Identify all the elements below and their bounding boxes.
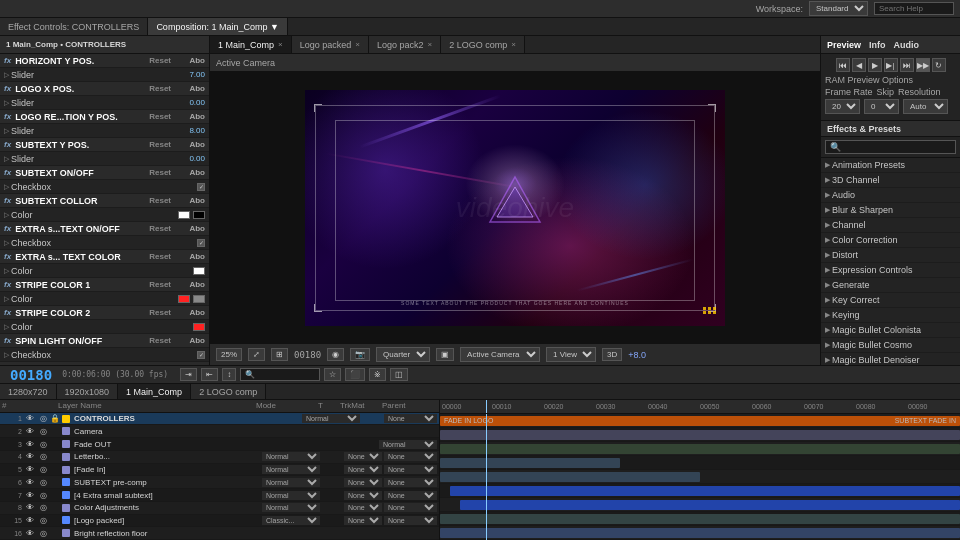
close-icon-2[interactable]: ×: [355, 40, 360, 49]
solo-icon-5[interactable]: ◎: [38, 465, 48, 474]
cat-audio[interactable]: ▶Audio: [821, 188, 960, 203]
cat-keying[interactable]: ▶Keying: [821, 308, 960, 323]
layer-mode-15[interactable]: Classic...: [262, 516, 320, 525]
color-swatch-stripe1[interactable]: [178, 295, 190, 303]
last-frame-btn[interactable]: ⏭: [900, 58, 914, 72]
tl-tab-1920[interactable]: 1920x1080: [57, 384, 119, 399]
cat-distort[interactable]: ▶Distort: [821, 248, 960, 263]
solo-icon-6[interactable]: ◎: [38, 478, 48, 487]
reset-subtexty[interactable]: Reset: [147, 140, 173, 149]
reset-stripe1[interactable]: Reset: [147, 280, 173, 289]
reset-extraonoff[interactable]: Reset: [147, 224, 173, 233]
tl-tab-maincomp[interactable]: 1 Main_Comp: [118, 384, 191, 399]
cat-channel[interactable]: ▶Channel: [821, 218, 960, 233]
vis-icon-8[interactable]: 👁: [24, 503, 36, 512]
vis-icon-5[interactable]: 👁: [24, 465, 36, 474]
layer-parent-1[interactable]: None: [384, 414, 437, 423]
layer-row-16[interactable]: 16 👁 ◎ Bright reflection floor: [0, 527, 439, 540]
layer-row-15[interactable]: 15 👁 ◎ [Logo packed] Classic... None Non…: [0, 515, 439, 528]
render-btn[interactable]: ⬛: [345, 368, 365, 381]
layer-trkmat-8[interactable]: None: [344, 503, 382, 512]
timeline-btn-3[interactable]: ↕: [222, 368, 236, 381]
resolution-select[interactable]: Auto: [903, 99, 948, 114]
solo-btn[interactable]: ☆: [324, 368, 341, 381]
color-swatch-subtext-2[interactable]: [193, 211, 205, 219]
checkbox-subtextonoff[interactable]: ✓: [197, 183, 205, 191]
fit-btn[interactable]: ⤢: [248, 348, 265, 361]
vis-icon-3[interactable]: 👁: [24, 440, 36, 449]
grid-btn[interactable]: ⊞: [271, 348, 288, 361]
cat-mb-colonista[interactable]: ▶Magic Bullet Colonista: [821, 323, 960, 338]
reset-subtextonoff[interactable]: Reset: [147, 168, 173, 177]
vis-icon-6[interactable]: 👁: [24, 478, 36, 487]
comp-tab-main[interactable]: 1 Main_Comp ×: [210, 36, 292, 53]
layer-mode-7[interactable]: Normal: [262, 491, 320, 500]
solo-icon-8[interactable]: ◎: [38, 503, 48, 512]
cat-generate[interactable]: ▶Generate: [821, 278, 960, 293]
skip-select[interactable]: 0: [864, 99, 899, 114]
play-btn[interactable]: ▶: [868, 58, 882, 72]
effects-search-input[interactable]: [825, 140, 956, 154]
layer-mode-8[interactable]: Normal: [262, 503, 320, 512]
layer-parent-15[interactable]: None: [384, 516, 437, 525]
comp-tab-logopack2[interactable]: Logo pack2 ×: [369, 36, 441, 53]
color-swatch-subtext[interactable]: [178, 211, 190, 219]
next-frame-btn[interactable]: ▶|: [884, 58, 898, 72]
layer-trkmat-7[interactable]: None: [344, 491, 382, 500]
tl-tab-2logo[interactable]: 2 LOGO comp: [191, 384, 266, 399]
motion-blur-btn[interactable]: ※: [369, 368, 386, 381]
cat-key-correct[interactable]: ▶Key Correct: [821, 293, 960, 308]
comp-tab-logopacked[interactable]: Logo packed ×: [292, 36, 369, 53]
checkbox-extraonoff[interactable]: ✓: [197, 239, 205, 247]
tab-effect-controls[interactable]: Effect Controls: CONTROLLERS: [0, 18, 148, 35]
timeline-btn-2[interactable]: ⇤: [201, 368, 218, 381]
reset-subtextcolor[interactable]: Reset: [147, 196, 173, 205]
3d-btn[interactable]: 3D: [602, 348, 622, 361]
layer-row-3[interactable]: 3 👁 ◎ Fade OUT Normal: [0, 438, 439, 451]
cat-expression[interactable]: ▶Expression Controls: [821, 263, 960, 278]
vis-icon-16[interactable]: 👁: [24, 529, 36, 538]
layer-parent-6[interactable]: None: [384, 478, 437, 487]
zoom-btn[interactable]: 25%: [216, 348, 242, 361]
vis-icon-4[interactable]: 👁: [24, 452, 36, 461]
close-icon-4[interactable]: ×: [511, 40, 516, 49]
quality-select[interactable]: Quarter: [376, 347, 430, 362]
solo-icon-16[interactable]: ◎: [38, 529, 48, 538]
tl-tab-1280[interactable]: 1280x720: [0, 384, 57, 399]
ram-prev-btn[interactable]: ▶▶: [916, 58, 930, 72]
vis-icon-15[interactable]: 👁: [24, 516, 36, 525]
cat-mb-cosmo[interactable]: ▶Magic Bullet Cosmo: [821, 338, 960, 353]
layer-row-7[interactable]: 7 👁 ◎ [4 Extra small subtext] Normal Non…: [0, 489, 439, 502]
close-icon-3[interactable]: ×: [427, 40, 432, 49]
prev-frame-btn[interactable]: ◀: [852, 58, 866, 72]
ram-preview-btn[interactable]: ◉: [327, 348, 344, 361]
cat-blur-sharpen[interactable]: ▶Blur & Sharpen: [821, 203, 960, 218]
layer-row-8[interactable]: 8 👁 ◎ Color Adjustments Normal None None: [0, 502, 439, 515]
reset-logorot[interactable]: Reset: [147, 112, 173, 121]
tab-composition[interactable]: Composition: 1 Main_Comp ▼: [148, 18, 287, 35]
checkbox-spinlight[interactable]: ✓: [197, 351, 205, 359]
layer-trkmat-4[interactable]: None: [344, 452, 382, 461]
layer-parent-5[interactable]: None: [384, 465, 437, 474]
solo-icon-2[interactable]: ◎: [38, 427, 48, 436]
timeline-search-input[interactable]: [240, 368, 320, 381]
vis-icon-7[interactable]: 👁: [24, 491, 36, 500]
color-swatch-extra[interactable]: [193, 267, 205, 275]
reset-logox[interactable]: Reset: [147, 84, 173, 93]
solo-icon-1[interactable]: ◎: [38, 414, 48, 423]
lock-icon-1[interactable]: 🔒: [50, 414, 60, 423]
vis-icon-2[interactable]: 👁: [24, 427, 36, 436]
loop-btn[interactable]: ↻: [932, 58, 946, 72]
tab-info[interactable]: Info: [869, 40, 886, 50]
framerate-select[interactable]: 20: [825, 99, 860, 114]
solo-icon-3[interactable]: ◎: [38, 440, 48, 449]
vis-icon-1[interactable]: 👁: [24, 414, 36, 423]
workspace-select[interactable]: Standard: [809, 1, 868, 16]
timeline-btn-1[interactable]: ⇥: [180, 368, 197, 381]
layer-mode-1[interactable]: Normal: [302, 414, 360, 423]
layer-parent-8[interactable]: None: [384, 503, 437, 512]
close-icon[interactable]: ×: [278, 40, 283, 49]
layer-trkmat-6[interactable]: None: [344, 478, 382, 487]
plus-button[interactable]: +8.0: [628, 350, 646, 360]
tab-preview[interactable]: Preview: [827, 40, 861, 50]
